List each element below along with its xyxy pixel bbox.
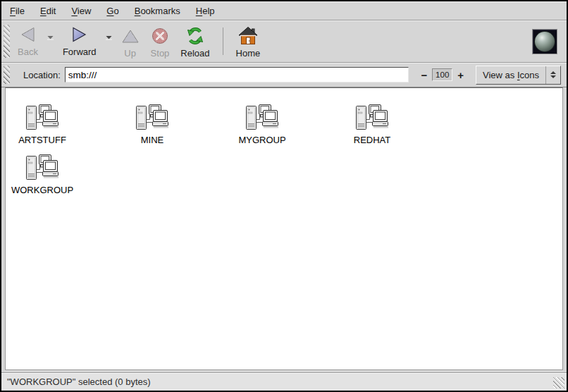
- location-label: Location:: [23, 70, 61, 80]
- zoom-in-button[interactable]: +: [455, 69, 467, 81]
- chevron-down-icon: [47, 35, 54, 40]
- location-bar-drag-handle[interactable]: [4, 66, 10, 84]
- menu-go[interactable]: Go: [105, 4, 120, 18]
- menu-edit[interactable]: Edit: [39, 4, 57, 18]
- forward-button[interactable]: Forward: [57, 22, 102, 59]
- home-icon: [238, 26, 258, 46]
- reload-button[interactable]: Reload: [175, 22, 215, 61]
- home-label: Home: [236, 48, 261, 59]
- reload-icon: [185, 26, 205, 46]
- smb-workgroup-icon: [25, 154, 59, 182]
- network-group-item-artstuff[interactable]: ARTSTUFF: [6, 104, 79, 145]
- globe-sphere-icon: [535, 32, 555, 51]
- file-view[interactable]: ARTSTUFF: [5, 87, 563, 370]
- icon-label: REDHAT: [354, 135, 390, 145]
- menu-view[interactable]: View: [70, 4, 92, 18]
- forward-label: Forward: [63, 47, 97, 57]
- stop-button[interactable]: Stop: [145, 22, 175, 61]
- icon-row: WORKGROUP: [6, 154, 562, 195]
- menu-help[interactable]: Help: [195, 4, 216, 18]
- network-group-item-mygroup[interactable]: MYGROUP: [226, 104, 299, 145]
- dropdown-arrows-icon: [545, 66, 560, 84]
- smb-workgroup-icon: [355, 104, 389, 132]
- home-button[interactable]: Home: [230, 22, 266, 61]
- reload-label: Reload: [180, 48, 209, 59]
- smb-workgroup-icon: [25, 104, 59, 132]
- toolbar: Back Forward: [1, 20, 567, 63]
- file-manager-window: File Edit View Go Bookmarks Help Back: [0, 0, 568, 392]
- icon-label: MYGROUP: [238, 135, 285, 145]
- icon-label: ARTSTUFF: [18, 135, 66, 145]
- forward-arrow-icon: [70, 25, 89, 44]
- content-frame: ARTSTUFF: [1, 87, 567, 372]
- back-arrow-icon: [18, 25, 37, 44]
- menu-file[interactable]: File: [8, 4, 26, 18]
- view-mode-dropdown[interactable]: View as Icons: [476, 66, 561, 85]
- status-text: "WORKGROUP" selected (0 bytes): [7, 376, 151, 387]
- zoom-control: − 100 +: [418, 68, 467, 81]
- location-input[interactable]: [65, 67, 409, 82]
- up-label: Up: [124, 48, 136, 59]
- forward-history-dropdown[interactable]: [102, 33, 116, 42]
- throbber: [532, 29, 557, 54]
- menubar: File Edit View Go Bookmarks Help: [1, 1, 567, 20]
- icon-row: ARTSTUFF: [6, 104, 562, 145]
- zoom-out-button[interactable]: −: [418, 69, 430, 81]
- stop-label: Stop: [151, 48, 170, 59]
- smb-workgroup-icon: [135, 104, 169, 132]
- zoom-level-indicator[interactable]: 100: [432, 68, 452, 81]
- stop-icon: [151, 26, 169, 46]
- status-bar: "WORKGROUP" selected (0 bytes): [1, 372, 567, 391]
- back-label: Back: [18, 47, 38, 57]
- view-mode-label: View as Icons: [483, 70, 539, 80]
- smb-workgroup-icon: [245, 104, 279, 132]
- back-history-dropdown[interactable]: [44, 33, 57, 42]
- up-button[interactable]: Up: [116, 22, 145, 61]
- up-arrow-icon: [121, 26, 140, 46]
- menu-bookmarks[interactable]: Bookmarks: [133, 4, 182, 18]
- network-group-item-mine[interactable]: MINE: [116, 104, 189, 145]
- resize-grip[interactable]: [553, 377, 564, 388]
- icon-label: WORKGROUP: [11, 185, 73, 195]
- toolbar-separator: [223, 27, 223, 55]
- location-bar: Location: − 100 + View as Icons: [1, 63, 567, 87]
- icon-label: MINE: [141, 135, 164, 145]
- back-button[interactable]: Back: [12, 22, 44, 59]
- chevron-down-icon: [105, 35, 113, 40]
- toolbar-drag-handle[interactable]: [4, 25, 10, 58]
- network-group-item-redhat[interactable]: REDHAT: [335, 104, 409, 145]
- network-group-item-workgroup[interactable]: WORKGROUP: [6, 154, 79, 195]
